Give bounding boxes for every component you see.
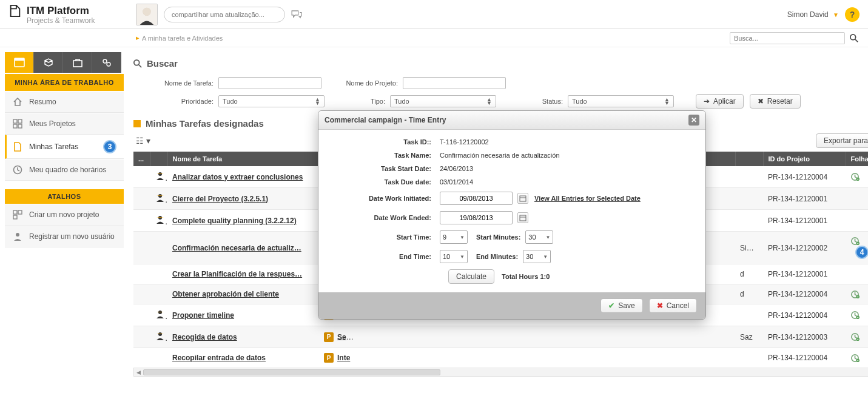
col-icon[interactable] <box>150 152 167 166</box>
project-id-cell: PR-134-12120002 <box>763 232 846 264</box>
status-select[interactable]: Tudo ▲▼ <box>568 95 674 107</box>
drag-cell[interactable] <box>133 348 150 368</box>
sidebar-item-meu-quadro[interactable]: Meu quadro de horários <box>5 159 124 181</box>
work-init-input[interactable] <box>440 192 513 205</box>
drag-cell[interactable] <box>133 210 150 232</box>
share-input[interactable] <box>164 7 285 22</box>
timesheet-add-icon[interactable]: + <box>850 237 868 246</box>
button-label: Resetar <box>767 97 793 106</box>
task-link[interactable]: Crear la Planificación de la respues… <box>172 270 302 278</box>
drag-cell[interactable] <box>133 166 150 188</box>
scroll-left-icon[interactable]: ◀ <box>134 369 143 375</box>
col-timesheet[interactable]: Folha de tempo <box>846 152 868 166</box>
sidebar-tab-cubes[interactable] <box>34 52 63 73</box>
task-link[interactable]: Obtener aprobación del cliente <box>172 290 279 298</box>
calculate-button[interactable]: Calculate <box>448 269 494 284</box>
sidebar-tab-workspace[interactable] <box>5 52 34 73</box>
task-link[interactable]: Proponer timeline <box>172 311 234 320</box>
total-hours-label: Total Hours 1:0 <box>502 273 550 280</box>
sidebar-shortcut-novo-usuario[interactable]: Registrar um novo usuário <box>5 226 124 247</box>
task-name-value: Confirmación necesaria de actualización <box>440 152 560 159</box>
task-link[interactable]: Confirmación necesaria de actualiz… <box>172 244 301 252</box>
cancel-button[interactable]: ✖Cancel <box>649 298 697 313</box>
task-link[interactable]: Recogida de datos <box>172 333 237 341</box>
task-link[interactable]: Complete quality planning (3.2.2.12) <box>172 217 297 225</box>
col-task[interactable]: Nome de Tarefa <box>167 152 319 166</box>
start-time-label: Start Time: <box>337 233 440 241</box>
col-drag[interactable]: ... <box>133 152 150 166</box>
project-link[interactable]: Seco <box>337 332 355 341</box>
help-button[interactable]: ? <box>845 7 860 22</box>
drag-cell[interactable] <box>133 232 150 264</box>
drag-cell[interactable] <box>133 264 150 284</box>
sidebar-item-minhas-tarefas[interactable]: Minhas Tarefas 3 <box>5 135 124 159</box>
user-menu[interactable]: Simon David ▼ <box>787 10 839 19</box>
timesheet-add-icon[interactable]: + <box>850 311 868 320</box>
search-section-title: Buscar <box>133 58 868 69</box>
timesheet-add-icon[interactable]: + <box>850 354 868 363</box>
global-search-input[interactable] <box>730 32 845 44</box>
avatar[interactable] <box>136 4 158 25</box>
view-all-entries-link[interactable]: View All Entries for Selected Date <box>534 195 641 202</box>
svg-rect-46 <box>520 215 526 221</box>
table-row[interactable]: Recopilar entrada de datosPIntePR-134-12… <box>133 348 868 368</box>
type-select[interactable]: Tudo ▲▼ <box>390 95 496 107</box>
dialog-title-bar[interactable]: Commercial campaign - Time Entry ✕ <box>318 111 705 130</box>
person-cell <box>150 232 167 264</box>
project-id-cell: PR-134-12120004 <box>763 348 846 368</box>
breadcrumb[interactable]: A minha tarefa e Atividades <box>142 35 223 42</box>
task-due-date-label: Task Due date: <box>337 178 440 186</box>
badge-count: 3 <box>103 140 116 153</box>
priority-select[interactable]: Tudo ▲▼ <box>218 95 325 107</box>
task-link[interactable]: Analizar datos y extraer conclusiones <box>172 173 303 181</box>
task-cell: Complete quality planning (3.2.2.12) <box>167 210 319 232</box>
drag-cell[interactable] <box>133 188 150 210</box>
horizontal-scrollbar[interactable]: ◀ ▶ <box>133 368 868 377</box>
task-name-input[interactable] <box>218 77 321 89</box>
task-link[interactable]: Cierre del Proyecto (3.2.5.1) <box>172 195 268 203</box>
col-project-id[interactable]: ID do Projeto <box>763 152 846 166</box>
calendar-icon[interactable] <box>517 193 528 204</box>
drag-cell[interactable] <box>133 326 150 348</box>
end-min-select[interactable]: 30▼ <box>523 250 551 263</box>
project-link[interactable]: Inte <box>337 354 350 362</box>
start-time-select[interactable]: 9▼ <box>440 230 468 244</box>
sidebar-item-meus-projetos[interactable]: Meus Projetos <box>5 113 124 135</box>
user-name-label: Simon David <box>787 10 829 19</box>
sidebar-tab-briefcase[interactable] <box>63 52 92 73</box>
end-time-select[interactable]: 10▼ <box>440 250 468 263</box>
subheader: ▸ A minha tarefa e Atividades <box>0 29 868 47</box>
save-button[interactable]: ✔Save <box>601 298 642 313</box>
drag-cell[interactable] <box>133 284 150 304</box>
chat-icon[interactable] <box>291 10 302 19</box>
svg-rect-13 <box>18 124 22 128</box>
dialog-close-button[interactable]: ✕ <box>688 115 699 126</box>
person-icon <box>155 215 165 224</box>
col-extra[interactable] <box>735 152 763 166</box>
start-min-select[interactable]: 30▼ <box>525 230 553 244</box>
calendar-icon[interactable] <box>517 212 528 223</box>
person-icon <box>155 309 165 319</box>
project-name-input[interactable] <box>403 77 506 89</box>
app-logo-icon <box>8 4 22 18</box>
search-icon[interactable] <box>849 33 860 44</box>
apply-button[interactable]: ➔Aplicar <box>696 94 744 109</box>
person-icon <box>155 171 165 181</box>
drag-cell[interactable] <box>133 304 150 326</box>
sidebar-item-resumo[interactable]: Resumo <box>5 91 124 113</box>
search-title-label: Buscar <box>147 58 178 69</box>
timesheet-add-icon[interactable]: + <box>850 172 868 181</box>
timesheet-add-icon[interactable]: + <box>850 290 868 299</box>
extra-cell: d <box>735 284 763 304</box>
task-link[interactable]: Recopilar entrada de datos <box>172 354 266 362</box>
extra-cell <box>735 210 763 232</box>
table-row[interactable]: Recogida de datosPSecoSazPR-134-12120003… <box>133 326 868 348</box>
sidebar-tab-settings[interactable] <box>92 52 121 73</box>
timesheet-add-icon[interactable]: + <box>850 332 868 341</box>
svg-rect-11 <box>18 119 22 123</box>
view-toggle[interactable]: ☷ ▾ <box>133 135 153 147</box>
reset-button[interactable]: ✖Resetar <box>750 94 801 109</box>
export-excel-button[interactable]: Exportar para Excel <box>816 133 868 148</box>
work-end-input[interactable] <box>440 211 513 224</box>
sidebar-shortcut-novo-projeto[interactable]: Criar um novo projeto <box>5 204 124 226</box>
